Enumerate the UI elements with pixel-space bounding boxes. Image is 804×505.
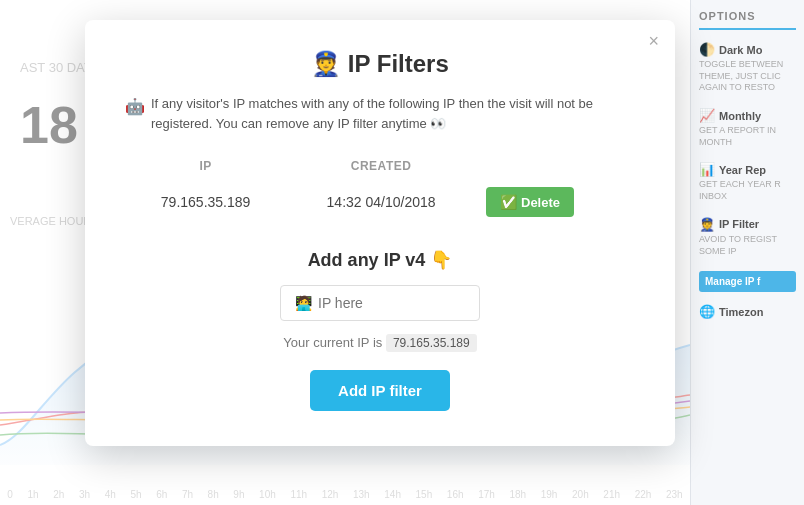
current-ip-label: Your current IP is: [283, 335, 382, 350]
ipfilter-icon: 👮: [699, 217, 715, 232]
modal-description: 🤖 If any visitor's IP matches with any o…: [125, 94, 635, 133]
ip-table: IP CREATED 79.165.35.189 14:32 04/10/201…: [125, 153, 635, 225]
monthly-icon: 📈: [699, 108, 715, 123]
modal-close-button[interactable]: ×: [648, 32, 659, 50]
check-icon: ✅: [500, 194, 517, 210]
sidebar-item-ipfilter[interactable]: 👮 IP Filter AVOID TO REGIST SOME IP: [699, 217, 796, 257]
ip-input-icon: 🧑‍💻: [295, 295, 312, 311]
table-row: 79.165.35.189 14:32 04/10/2018 ✅ Delete: [125, 179, 635, 225]
sidebar-title: OPTIONS: [699, 10, 796, 30]
ip-input-container[interactable]: 🧑‍💻: [280, 285, 480, 321]
description-icon: 🤖: [125, 95, 145, 119]
current-ip-badge: 79.165.35.189: [386, 334, 477, 352]
options-sidebar: OPTIONS 🌓 Dark Mo TOGGLE BETWEEN THEME, …: [690, 0, 804, 505]
col-created-header: CREATED: [286, 153, 476, 179]
description-suffix-icon: 👀: [430, 116, 446, 131]
ip-input-field[interactable]: [318, 295, 465, 311]
timezone-label: Timezon: [719, 306, 763, 318]
manage-ip-button[interactable]: Manage IP f: [699, 271, 796, 292]
ip-filters-modal: × 👮 IP Filters 🤖 If any visitor's IP mat…: [85, 20, 675, 446]
modal-title-text: IP Filters: [348, 50, 449, 77]
yearly-icon: 📊: [699, 162, 715, 177]
timezone-icon: 🌐: [699, 304, 715, 319]
sidebar-item-yearly[interactable]: 📊 Year Rep GET EACH YEAR R INBOX: [699, 162, 796, 202]
delete-button[interactable]: ✅ Delete: [486, 187, 574, 217]
ip-input-wrapper: 🧑‍💻: [125, 285, 635, 321]
yearly-label: Year Rep: [719, 164, 766, 176]
sidebar-item-darkmode[interactable]: 🌓 Dark Mo TOGGLE BETWEEN THEME, JUST CLI…: [699, 42, 796, 94]
modal-title-icon: 👮: [311, 50, 341, 77]
ip-cell: 79.165.35.189: [125, 179, 286, 225]
sidebar-item-monthly[interactable]: 📈 Monthly GET A REPORT IN MONTH: [699, 108, 796, 148]
darkmode-icon: 🌓: [699, 42, 715, 57]
ipfilter-label: IP Filter: [719, 218, 759, 230]
yearly-desc: GET EACH YEAR R INBOX: [699, 179, 796, 202]
add-ip-title: Add any IP v4 👇: [125, 249, 635, 271]
delete-label: Delete: [521, 195, 560, 210]
delete-cell: ✅ Delete: [476, 179, 635, 225]
darkmode-desc: TOGGLE BETWEEN THEME, JUST CLIC AGAIN TO…: [699, 59, 796, 94]
current-ip-line: Your current IP is 79.165.35.189: [125, 335, 635, 350]
ipfilter-desc: AVOID TO REGIST SOME IP: [699, 234, 796, 257]
description-text: If any visitor's IP matches with any of …: [151, 96, 593, 131]
modal-title: 👮 IP Filters: [125, 50, 635, 78]
add-ip-filter-button[interactable]: Add IP filter: [310, 370, 450, 411]
add-ip-title-text: Add any IP v4: [308, 250, 426, 270]
add-ip-title-icon: 👇: [430, 250, 452, 270]
darkmode-label: Dark Mo: [719, 44, 762, 56]
created-cell: 14:32 04/10/2018: [286, 179, 476, 225]
sidebar-item-timezone[interactable]: 🌐 Timezon: [699, 304, 796, 319]
monthly-desc: GET A REPORT IN MONTH: [699, 125, 796, 148]
col-ip-header: IP: [125, 153, 286, 179]
monthly-label: Monthly: [719, 110, 761, 122]
